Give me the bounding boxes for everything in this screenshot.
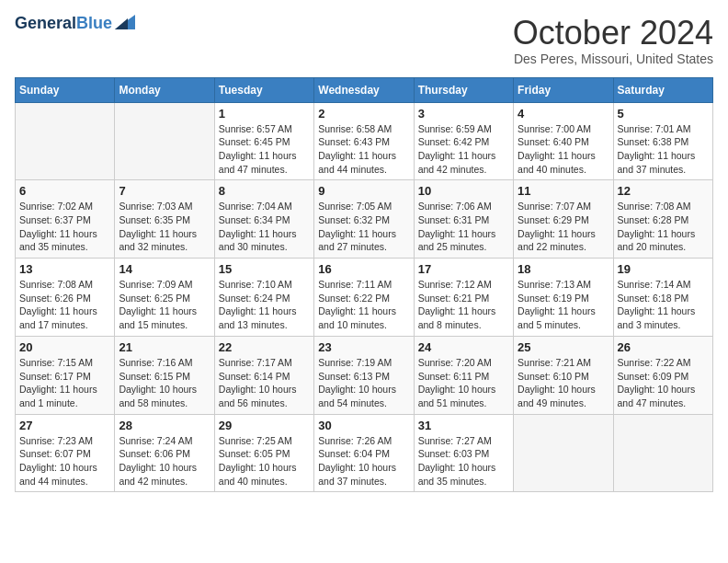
day-info: Sunrise: 7:04 AMSunset: 6:34 PMDaylight:… [219, 200, 310, 254]
sunrise-text: Sunrise: 6:58 AM [318, 123, 392, 134]
logo-text-general: GeneralBlue [15, 15, 112, 33]
day-number: 14 [119, 262, 210, 276]
day-number: 24 [418, 340, 509, 354]
sunrise-text: Sunrise: 7:26 AM [318, 435, 392, 446]
weekday-header-tuesday: Tuesday [214, 77, 313, 102]
day-number: 28 [119, 419, 210, 432]
daylight-text: Daylight: 10 hours and 47 minutes. [618, 384, 696, 408]
sunset-text: Sunset: 6:05 PM [219, 448, 290, 459]
sunset-text: Sunset: 6:11 PM [418, 371, 490, 382]
day-number: 5 [618, 107, 709, 121]
day-number: 8 [219, 184, 310, 198]
day-number: 13 [19, 262, 110, 276]
day-number: 31 [418, 419, 509, 432]
day-info: Sunrise: 7:10 AMSunset: 6:24 PMDaylight:… [219, 278, 310, 332]
sunrise-text: Sunrise: 7:25 AM [219, 435, 292, 446]
title-block: October 2024 Des Peres, Missouri, United… [513, 15, 713, 66]
daylight-text: Daylight: 10 hours and 49 minutes. [518, 384, 596, 408]
sunrise-text: Sunrise: 7:03 AM [119, 201, 192, 212]
day-info: Sunrise: 7:24 AMSunset: 6:06 PMDaylight:… [119, 434, 210, 488]
day-info: Sunrise: 7:19 AMSunset: 6:13 PMDaylight:… [318, 356, 409, 410]
day-info: Sunrise: 7:00 AMSunset: 6:40 PMDaylight:… [518, 122, 609, 177]
sunrise-text: Sunrise: 7:00 AM [518, 123, 591, 134]
sunset-text: Sunset: 6:03 PM [418, 448, 490, 459]
sunset-text: Sunset: 6:15 PM [119, 371, 190, 382]
daylight-text: Daylight: 10 hours and 40 minutes. [219, 462, 297, 487]
daylight-text: Daylight: 11 hours and 30 minutes. [219, 228, 297, 253]
day-number: 10 [418, 184, 509, 198]
month-title: October 2024 [513, 15, 713, 52]
day-number: 11 [518, 184, 609, 198]
day-number: 26 [618, 340, 709, 354]
day-number: 21 [119, 340, 210, 354]
day-info: Sunrise: 7:08 AMSunset: 6:26 PMDaylight:… [19, 278, 110, 332]
calendar-cell: 16Sunrise: 7:11 AMSunset: 6:22 PMDayligh… [314, 259, 414, 337]
daylight-text: Daylight: 11 hours and 22 minutes. [518, 228, 596, 253]
sunset-text: Sunset: 6:26 PM [19, 293, 91, 304]
day-info: Sunrise: 7:15 AMSunset: 6:17 PMDaylight:… [19, 356, 110, 410]
calendar-cell: 27Sunrise: 7:23 AMSunset: 6:07 PMDayligh… [16, 414, 115, 492]
day-info: Sunrise: 7:14 AMSunset: 6:18 PMDaylight:… [618, 278, 709, 332]
daylight-text: Daylight: 10 hours and 35 minutes. [418, 462, 496, 487]
sunset-text: Sunset: 6:31 PM [418, 214, 490, 225]
daylight-text: Daylight: 11 hours and 40 minutes. [518, 150, 596, 175]
daylight-text: Daylight: 10 hours and 54 minutes. [318, 384, 396, 408]
day-info: Sunrise: 7:22 AMSunset: 6:09 PMDaylight:… [618, 356, 709, 410]
calendar-week-3: 13Sunrise: 7:08 AMSunset: 6:26 PMDayligh… [16, 259, 713, 337]
calendar-cell: 26Sunrise: 7:22 AMSunset: 6:09 PMDayligh… [613, 336, 712, 414]
sunrise-text: Sunrise: 7:08 AM [618, 201, 691, 212]
sunrise-text: Sunrise: 6:59 AM [418, 123, 492, 134]
sunrise-text: Sunrise: 7:12 AM [418, 279, 492, 290]
calendar-cell: 21Sunrise: 7:16 AMSunset: 6:15 PMDayligh… [115, 336, 214, 414]
day-number: 9 [318, 184, 409, 198]
sunset-text: Sunset: 6:38 PM [618, 136, 689, 147]
sunrise-text: Sunrise: 7:15 AM [19, 357, 93, 368]
day-info: Sunrise: 6:58 AMSunset: 6:43 PMDaylight:… [318, 122, 409, 177]
day-number: 3 [418, 107, 509, 121]
day-number: 7 [119, 184, 210, 198]
calendar-cell: 28Sunrise: 7:24 AMSunset: 6:06 PMDayligh… [115, 414, 214, 492]
sunset-text: Sunset: 6:45 PM [219, 136, 290, 147]
daylight-text: Daylight: 10 hours and 37 minutes. [318, 462, 396, 487]
sunset-text: Sunset: 6:37 PM [19, 214, 91, 225]
calendar-cell: 3Sunrise: 6:59 AMSunset: 6:42 PMDaylight… [414, 102, 513, 180]
calendar-cell: 29Sunrise: 7:25 AMSunset: 6:05 PMDayligh… [214, 414, 313, 492]
sunset-text: Sunset: 6:25 PM [119, 293, 190, 304]
calendar-cell: 11Sunrise: 7:07 AMSunset: 6:29 PMDayligh… [514, 180, 613, 259]
sunrise-text: Sunrise: 7:13 AM [518, 279, 591, 290]
calendar-cell [613, 414, 712, 492]
calendar-cell: 2Sunrise: 6:58 AMSunset: 6:43 PMDaylight… [314, 102, 414, 180]
sunset-text: Sunset: 6:04 PM [318, 448, 390, 459]
day-number: 27 [19, 419, 110, 432]
weekday-header-row: SundayMondayTuesdayWednesdayThursdayFrid… [16, 77, 713, 102]
calendar-cell: 30Sunrise: 7:26 AMSunset: 6:04 PMDayligh… [314, 414, 414, 492]
day-number: 25 [518, 340, 609, 354]
day-info: Sunrise: 7:25 AMSunset: 6:05 PMDaylight:… [219, 434, 310, 488]
daylight-text: Daylight: 10 hours and 51 minutes. [418, 384, 496, 408]
sunrise-text: Sunrise: 7:23 AM [19, 435, 93, 446]
logo: GeneralBlue [15, 15, 135, 33]
day-number: 30 [318, 419, 409, 432]
calendar-cell: 15Sunrise: 7:10 AMSunset: 6:24 PMDayligh… [214, 259, 313, 337]
svg-marker-1 [115, 18, 128, 29]
calendar-cell: 8Sunrise: 7:04 AMSunset: 6:34 PMDaylight… [214, 180, 313, 259]
daylight-text: Daylight: 11 hours and 3 minutes. [618, 305, 696, 330]
calendar-cell: 7Sunrise: 7:03 AMSunset: 6:35 PMDaylight… [115, 180, 214, 259]
daylight-text: Daylight: 11 hours and 17 minutes. [19, 305, 97, 330]
calendar-cell: 5Sunrise: 7:01 AMSunset: 6:38 PMDaylight… [613, 102, 712, 180]
calendar-cell: 18Sunrise: 7:13 AMSunset: 6:19 PMDayligh… [514, 259, 613, 337]
daylight-text: Daylight: 11 hours and 37 minutes. [618, 150, 696, 175]
weekday-header-sunday: Sunday [16, 77, 115, 102]
day-info: Sunrise: 7:13 AMSunset: 6:19 PMDaylight:… [518, 278, 609, 332]
day-number: 23 [318, 340, 409, 354]
calendar-table: SundayMondayTuesdayWednesdayThursdayFrid… [15, 77, 713, 493]
daylight-text: Daylight: 10 hours and 58 minutes. [119, 384, 197, 408]
daylight-text: Daylight: 11 hours and 35 minutes. [19, 228, 97, 253]
day-info: Sunrise: 7:26 AMSunset: 6:04 PMDaylight:… [318, 434, 409, 488]
sunset-text: Sunset: 6:19 PM [518, 293, 589, 304]
weekday-header-thursday: Thursday [414, 77, 513, 102]
sunrise-text: Sunrise: 7:22 AM [618, 357, 691, 368]
sunset-text: Sunset: 6:24 PM [219, 293, 290, 304]
daylight-text: Daylight: 11 hours and 42 minutes. [418, 150, 496, 175]
daylight-text: Daylight: 11 hours and 32 minutes. [119, 228, 197, 253]
